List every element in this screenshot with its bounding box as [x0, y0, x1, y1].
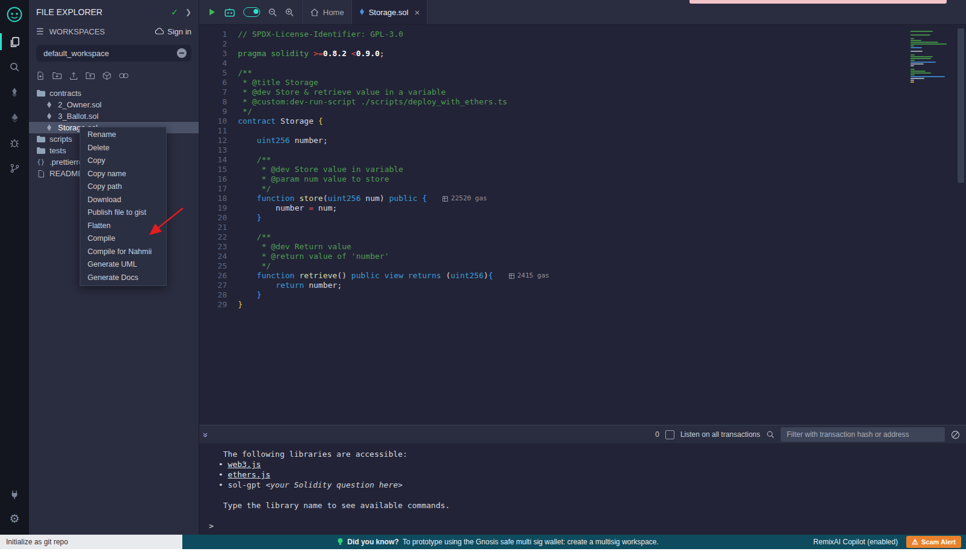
terminal-lines: The following libraries are accessible: … — [209, 449, 966, 521]
line-number: 2 — [199, 39, 238, 49]
run-script-icon[interactable] — [208, 8, 216, 16]
debugger-icon[interactable] — [8, 136, 21, 150]
terminal-collapse-icon[interactable]: » — [201, 433, 211, 436]
terminal-prompt[interactable]: > — [209, 521, 966, 531]
code-line: 25 */ — [199, 261, 966, 271]
line-number: 9 — [199, 107, 238, 116]
copilot-toggle[interactable] — [243, 7, 260, 17]
minimap[interactable] — [910, 31, 949, 83]
workspace-select[interactable]: default_workspace — [36, 45, 191, 62]
upload-file-icon[interactable] — [69, 71, 78, 80]
git-icon[interactable] — [8, 162, 21, 175]
upload-folder-icon[interactable] — [86, 71, 95, 80]
code-line: 16 * @param num value to store — [199, 174, 966, 184]
sign-in-button[interactable]: Sign in — [155, 27, 191, 36]
deploy-run-icon[interactable] — [8, 111, 21, 124]
terminal-line: • web3.js — [209, 459, 966, 469]
panel-header: FILE EXPLORER ✓ ❯ — [29, 0, 199, 22]
code-line: 15 * @dev Store value in variable — [199, 165, 966, 174]
code-line: 9 */ — [199, 107, 966, 116]
line-number: 1 — [199, 30, 238, 39]
tab-label: Home — [323, 8, 344, 17]
context-menu-item-download[interactable]: Download — [80, 194, 166, 207]
chevron-right-icon[interactable]: ❯ — [185, 8, 191, 16]
terminal-search-icon[interactable] — [766, 430, 775, 439]
line-number: 24 — [199, 252, 238, 261]
solidity-file-icon — [45, 113, 54, 120]
context-menu-item-compile[interactable]: Compile — [80, 232, 166, 246]
terminal-line: The following libraries are accessible: — [209, 449, 966, 459]
plugin-manager-icon[interactable] — [8, 488, 21, 501]
context-menu-item-compile-for-nahmii[interactable]: Compile for Nahmii — [80, 246, 166, 259]
tip-text: To prototype using the Gnosis safe multi… — [403, 538, 659, 546]
context-menu-item-generate-uml[interactable]: Generate UML — [80, 258, 166, 272]
context-menu-item-delete[interactable]: Delete — [80, 142, 166, 155]
new-file-icon[interactable] — [36, 71, 45, 80]
remix-logo[interactable] — [6, 6, 23, 23]
code-line: 26 function retrieve() public view retur… — [199, 271, 966, 281]
context-menu-item-copy-name[interactable]: Copy name — [80, 168, 166, 181]
context-menu-item-flatten[interactable]: Flatten — [80, 220, 166, 233]
workspaces-row: ☰ WORKSPACES Sign in — [29, 22, 199, 41]
clear-console-icon[interactable] — [951, 430, 960, 439]
code-line: 7 * @dev Store & retrieve value in a var… — [199, 88, 966, 97]
context-menu-item-copy-path[interactable]: Copy path — [80, 180, 166, 194]
line-number: 13 — [199, 145, 238, 155]
workspace-options-icon[interactable] — [177, 48, 187, 58]
scam-alert-button[interactable]: ⚠ Scam Alert — [906, 536, 961, 548]
filter-input[interactable] — [781, 427, 945, 442]
ipfs-box-icon[interactable] — [103, 71, 111, 80]
solidity-compiler-icon[interactable] — [8, 86, 21, 99]
tab-home[interactable]: Home — [303, 0, 352, 24]
line-number: 12 — [199, 136, 238, 145]
code-line: 21 — [199, 223, 966, 232]
context-menu-item-rename[interactable]: Rename — [80, 129, 166, 142]
code-line: 10contract Storage { — [199, 116, 966, 126]
tree-item-contracts[interactable]: contracts — [29, 88, 199, 99]
code-line: 3pragma solidity >=0.8.2 <0.9.0; — [199, 49, 966, 59]
folder-icon — [36, 90, 45, 97]
tree-item-label: .prettierrc — [50, 158, 83, 167]
workspaces-menu-icon[interactable]: ☰ — [36, 27, 44, 36]
braces-icon: {} — [36, 158, 45, 166]
terminal-line — [209, 490, 966, 500]
tree-item-2-owner-sol[interactable]: 2_Owner.sol — [29, 99, 199, 110]
tree-item-3-ballot-sol[interactable]: 3_Ballot.sol — [29, 110, 199, 122]
context-menu-item-copy[interactable]: Copy — [80, 154, 166, 168]
tree-item-label: scripts — [50, 135, 72, 144]
file-explorer-icon[interactable] — [8, 35, 21, 48]
ai-robot-icon[interactable] — [224, 8, 235, 17]
gas-estimate-badge[interactable]: 2415 gas — [509, 271, 549, 281]
line-number: 20 — [199, 213, 238, 223]
context-menu-item-publish-file-to-gist[interactable]: Publish file to gist — [80, 206, 166, 220]
line-number: 28 — [199, 290, 238, 300]
listen-checkbox[interactable] — [665, 430, 674, 439]
line-number: 25 — [199, 261, 238, 271]
settings-icon[interactable]: ⚙ — [8, 512, 21, 525]
zoom-in-icon[interactable] — [285, 8, 294, 17]
tab-storage-sol[interactable]: Storage.sol× — [352, 0, 428, 24]
close-tab-icon[interactable]: × — [414, 7, 420, 18]
accept-check-icon[interactable]: ✓ — [171, 7, 178, 17]
new-folder-icon[interactable] — [53, 71, 62, 80]
transaction-count: 0 — [655, 430, 659, 439]
link-icon[interactable] — [119, 71, 129, 80]
remix-ide: ⚙ FILE EXPLORER ✓ ❯ ☰ WORKSPACES Sign in — [0, 0, 966, 560]
git-init-button[interactable]: Initialize as git repo — [0, 535, 182, 549]
code-editor[interactable]: 1// SPDX-License-Identifier: GPL-3.023pr… — [199, 25, 966, 425]
line-number: 22 — [199, 232, 238, 242]
solidity-tab-icon — [359, 8, 365, 16]
copilot-status[interactable]: RemixAI Copilot (enabled) — [813, 538, 898, 546]
code-line: 19 number = num; — [199, 203, 966, 213]
code-line: 5/** — [199, 68, 966, 78]
line-number: 16 — [199, 174, 238, 184]
code-line: 1// SPDX-License-Identifier: GPL-3.0 — [199, 30, 966, 39]
search-icon[interactable] — [8, 60, 21, 74]
cloud-icon — [155, 27, 164, 36]
zoom-out-icon[interactable] — [268, 8, 277, 17]
line-number: 26 — [199, 271, 238, 281]
editor-scrollbar[interactable] — [958, 28, 964, 183]
context-menu-item-generate-docs[interactable]: Generate Docs — [80, 272, 166, 285]
terminal[interactable]: The following libraries are accessible: … — [199, 444, 966, 535]
gas-estimate-badge[interactable]: 22520 gas — [443, 194, 487, 203]
